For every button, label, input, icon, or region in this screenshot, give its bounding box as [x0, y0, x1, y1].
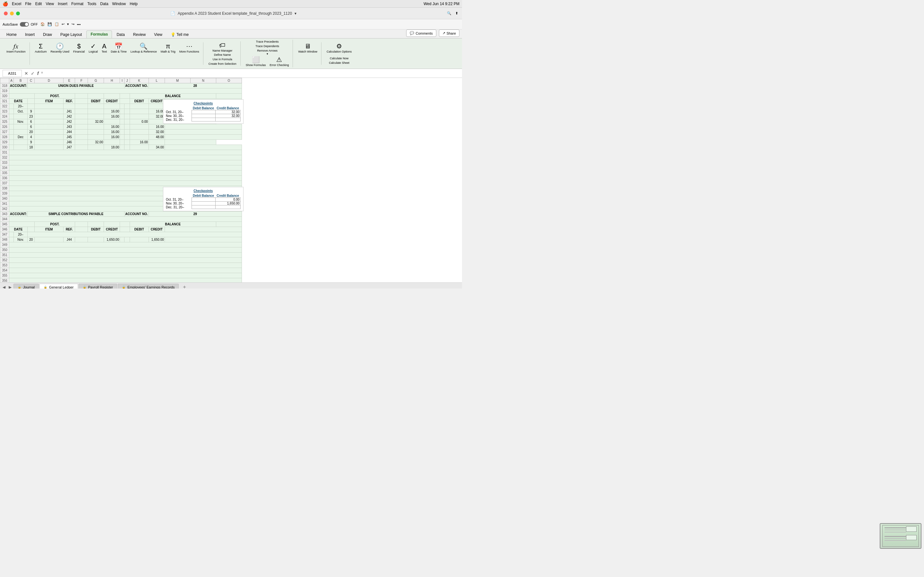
sheet-nav-next[interactable]: ▶ — [7, 285, 13, 289]
cell-318-L[interactable]: 28 — [149, 83, 242, 89]
datetime-button[interactable]: 📅 Date & Time — [110, 42, 128, 54]
create-from-selection-button[interactable]: Create from Selection — [207, 62, 238, 66]
cell-320-A[interactable] — [9, 93, 35, 99]
home-btn[interactable]: 🏠 — [40, 22, 45, 26]
col-header-E[interactable]: E — [63, 78, 75, 83]
menu-insert[interactable]: Insert — [58, 2, 67, 6]
cell-322-E[interactable] — [63, 104, 75, 109]
col-header-F[interactable]: F — [75, 78, 88, 83]
trace-dependents-button[interactable]: Trace Dependents — [254, 44, 280, 48]
cell-322-I[interactable] — [120, 104, 124, 109]
tab-home[interactable]: Home — [3, 31, 21, 38]
insert-function-icon[interactable]: f — [37, 71, 39, 76]
cell-321-K[interactable]: DEBIT — [129, 99, 149, 104]
cell-319-A[interactable] — [9, 89, 242, 93]
cell-322-J[interactable] — [124, 104, 130, 109]
menu-excel[interactable]: Excel — [12, 2, 21, 6]
checkpoint2-credit-1[interactable]: 1,650.00 — [215, 201, 240, 205]
tab-pagelayout[interactable]: Page Layout — [57, 31, 86, 38]
col-header-O[interactable]: O — [216, 78, 242, 83]
menu-help[interactable]: Help — [129, 2, 137, 6]
more-functions-button[interactable]: ⋯ More Functions — [178, 42, 200, 54]
share-button[interactable]: ↗ Share — [439, 29, 459, 37]
cell-321-H[interactable]: CREDIT — [104, 99, 120, 104]
menu-window[interactable]: Window — [112, 2, 126, 6]
text-button[interactable]: A Text — [100, 42, 108, 54]
close-button[interactable] — [4, 11, 8, 15]
cell-322-F[interactable] — [75, 104, 88, 109]
apple-icon[interactable]: 🍎 — [3, 1, 8, 6]
tab-draw[interactable]: Draw — [39, 31, 56, 38]
autosum-button[interactable]: Σ AutoSum — [34, 42, 48, 54]
sheet-tab-general-ledger[interactable]: 🔒 General Ledger — [39, 284, 78, 289]
lookup-ref-button[interactable]: 🔍 Lookup & Reference — [129, 42, 158, 54]
logical-button[interactable]: ✓ Logical — [87, 42, 99, 54]
cancel-formula-icon[interactable]: ✕ — [24, 71, 28, 76]
sheet-nav-prev[interactable]: ◀ — [1, 285, 7, 289]
cell-321-E[interactable]: REF. — [63, 99, 75, 104]
col-header-H[interactable]: H — [104, 78, 120, 83]
menu-data[interactable]: Data — [100, 2, 108, 6]
cell-323-C[interactable]: 9 — [27, 109, 35, 114]
cell-320-K[interactable]: BALANCE — [129, 93, 216, 99]
show-formulas-button[interactable]: ⬜ Show Formulas — [244, 56, 267, 67]
tab-tellme[interactable]: 💡 Tell me — [167, 31, 192, 38]
use-in-formula-button[interactable]: Use in Formula — [207, 57, 238, 61]
cell-322-L[interactable] — [149, 104, 165, 109]
tab-view[interactable]: View — [150, 31, 166, 38]
search-icon[interactable]: 🔍 — [447, 11, 451, 15]
cell-322-C[interactable] — [27, 104, 35, 109]
financial-button[interactable]: $ Financial — [72, 42, 86, 54]
calculation-options-button[interactable]: ⚙ Calculation Options — [325, 42, 353, 54]
remove-arrows-button[interactable]: Remove Arrows ▾ — [254, 49, 280, 56]
checkpoint1-credit-0[interactable]: 32.00 — [215, 110, 240, 114]
cell-323-B[interactable]: Oct. — [14, 109, 27, 114]
cell-320-G[interactable] — [88, 93, 104, 99]
checkpoint1-credit-1[interactable]: 32.00 — [215, 114, 240, 118]
add-sheet-button[interactable]: ＋ — [179, 284, 190, 288]
col-header-G[interactable]: G — [88, 78, 104, 83]
cell-320-H[interactable] — [104, 93, 120, 99]
cell-321-C[interactable] — [27, 99, 35, 104]
col-header-J[interactable]: J — [124, 78, 130, 83]
math-trig-button[interactable]: π Math & Trig — [160, 42, 177, 54]
col-header-L[interactable]: L — [149, 78, 165, 83]
tab-insert[interactable]: Insert — [21, 31, 39, 38]
comments-button[interactable]: 💬 Comments — [406, 29, 436, 37]
cell-321-L[interactable]: CREDIT — [149, 99, 165, 104]
insert-function-button[interactable]: 𝑓𝑥 Insert Function — [5, 42, 27, 54]
cell-320-F[interactable] — [75, 93, 88, 99]
cell-321-I[interactable] — [120, 99, 130, 104]
checkpoint1-credit-2[interactable] — [215, 118, 240, 121]
cell-323-E[interactable]: J41 — [63, 109, 75, 114]
maximize-button[interactable] — [16, 11, 20, 15]
cell-320-O[interactable] — [216, 93, 242, 99]
menu-edit[interactable]: Edit — [35, 2, 42, 6]
more-btn[interactable]: ••• — [77, 23, 81, 26]
undo-dropdown[interactable]: ▾ — [67, 22, 69, 26]
col-header-A[interactable]: A — [9, 78, 14, 83]
sheet-tab-payroll-register[interactable]: 🔒 Payroll Register — [79, 284, 118, 289]
col-header-K[interactable]: K — [129, 78, 149, 83]
checkpoint2-debit-0[interactable] — [192, 198, 215, 201]
save-btn[interactable]: 💾 — [47, 22, 52, 26]
cell-322-K[interactable] — [129, 104, 149, 109]
define-name-button[interactable]: Define Name — [207, 53, 238, 57]
cell-322-A[interactable] — [9, 104, 14, 109]
name-box[interactable] — [3, 70, 22, 77]
watch-window-button[interactable]: 🖥 Watch Window — [297, 42, 318, 54]
checkpoint2-debit-2[interactable] — [192, 205, 215, 209]
checkpoint1-debit-0[interactable] — [192, 110, 215, 114]
checkpoint1-debit-1[interactable] — [192, 114, 215, 118]
col-header-B[interactable]: B — [14, 78, 27, 83]
redo-btn[interactable]: ↪ — [71, 22, 74, 26]
cell-323-H[interactable]: 16.00 — [104, 109, 120, 114]
cell-321-B[interactable]: DATE — [9, 99, 27, 104]
cell-322-B[interactable]: 20– — [14, 104, 27, 109]
tab-formulas[interactable]: Formulas — [86, 31, 112, 38]
col-header-I[interactable]: I — [120, 78, 124, 83]
tab-data[interactable]: Data — [113, 31, 128, 38]
col-header-D[interactable]: D — [35, 78, 63, 83]
cell-321-F[interactable] — [75, 99, 88, 104]
formula-input[interactable] — [45, 70, 459, 77]
